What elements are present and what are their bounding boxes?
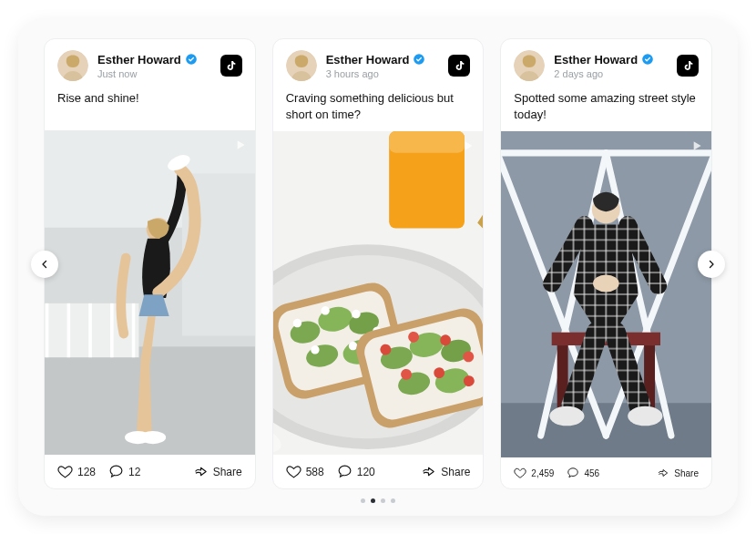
post-carousel: Esther Howard Just now Rise and shine! (44, 38, 712, 489)
heart-icon (286, 464, 301, 479)
chevron-right-icon (706, 259, 717, 270)
timestamp: Just now (97, 68, 211, 79)
comment-button[interactable]: 12 (108, 464, 140, 479)
share-label: Share (441, 466, 470, 478)
card-header: Esther Howard 2 days ago (501, 39, 711, 88)
verified-icon (641, 53, 654, 66)
user-info: Esther Howard 2 days ago (554, 53, 668, 79)
post-caption: Rise and shine! (45, 88, 255, 130)
device-frame: Esther Howard Just now Rise and shine! (18, 18, 738, 516)
carousel-prev-button[interactable] (31, 251, 58, 278)
pagination-dot[interactable] (381, 498, 385, 503)
svg-rect-23 (389, 131, 465, 153)
post-media[interactable] (501, 131, 711, 457)
card-footer: 2,459 456 Share (501, 457, 711, 488)
timestamp: 2 days ago (554, 68, 668, 79)
avatar[interactable] (514, 50, 545, 81)
play-icon (233, 138, 248, 152)
heart-icon (514, 467, 526, 479)
verified-icon (413, 53, 425, 66)
comment-count: 456 (584, 468, 599, 478)
avatar[interactable] (286, 50, 317, 81)
like-count: 2,459 (531, 468, 554, 478)
play-icon (461, 139, 475, 153)
comment-icon (567, 467, 579, 479)
pagination-dot[interactable] (391, 498, 395, 503)
username[interactable]: Esther Howard (97, 53, 181, 67)
comment-icon (337, 464, 352, 479)
chevron-left-icon (39, 259, 50, 270)
avatar[interactable] (57, 50, 88, 81)
share-button[interactable]: Share (657, 467, 699, 479)
like-button[interactable]: 2,459 (514, 467, 554, 479)
verified-icon (185, 53, 198, 66)
share-icon (193, 464, 209, 479)
post-caption: Spotted some amazing street style today! (501, 88, 711, 131)
svg-point-63 (550, 406, 585, 426)
comment-count: 120 (357, 466, 375, 478)
post-card: Esther Howard 2 days ago Spotted some am… (500, 38, 712, 489)
heart-icon (57, 464, 73, 479)
card-header: Esther Howard 3 hours ago (273, 39, 484, 88)
comment-count: 12 (128, 466, 140, 478)
card-footer: 128 12 Share (45, 455, 255, 488)
user-info: Esther Howard 3 hours ago (326, 53, 440, 79)
like-button[interactable]: 588 (286, 464, 324, 479)
post-caption: Craving something delicious but short on… (273, 88, 484, 131)
card-header: Esther Howard Just now (45, 39, 255, 88)
play-icon (690, 139, 704, 153)
like-count: 128 (77, 466, 96, 478)
post-card: Esther Howard 3 hours ago Craving someth… (272, 38, 485, 489)
carousel-next-button[interactable] (698, 251, 725, 278)
share-button[interactable]: Share (193, 464, 242, 479)
timestamp: 3 hours ago (326, 68, 440, 79)
tiktok-icon (220, 55, 242, 77)
username[interactable]: Esther Howard (554, 53, 638, 67)
comment-button[interactable]: 120 (337, 464, 375, 479)
svg-point-65 (593, 275, 619, 293)
user-info: Esther Howard Just now (97, 53, 211, 79)
comment-button[interactable]: 456 (567, 467, 599, 479)
share-label: Share (213, 466, 242, 478)
card-footer: 588 120 Share (273, 455, 484, 488)
post-media[interactable] (273, 131, 484, 455)
share-icon (421, 464, 436, 479)
tiktok-icon (677, 55, 699, 77)
pagination-dots (44, 489, 712, 503)
username[interactable]: Esther Howard (326, 53, 410, 67)
comment-icon (108, 464, 124, 479)
svg-point-64 (628, 406, 663, 426)
post-media[interactable] (45, 130, 255, 455)
post-card: Esther Howard Just now Rise and shine! (44, 38, 256, 489)
like-button[interactable]: 128 (57, 464, 96, 479)
tiktok-icon (448, 55, 470, 77)
svg-point-17 (140, 431, 166, 444)
share-label: Share (674, 468, 699, 478)
share-button[interactable]: Share (421, 464, 470, 479)
pagination-dot[interactable] (361, 498, 365, 503)
share-icon (657, 467, 669, 479)
pagination-dot[interactable] (371, 498, 375, 503)
like-count: 588 (306, 466, 324, 478)
